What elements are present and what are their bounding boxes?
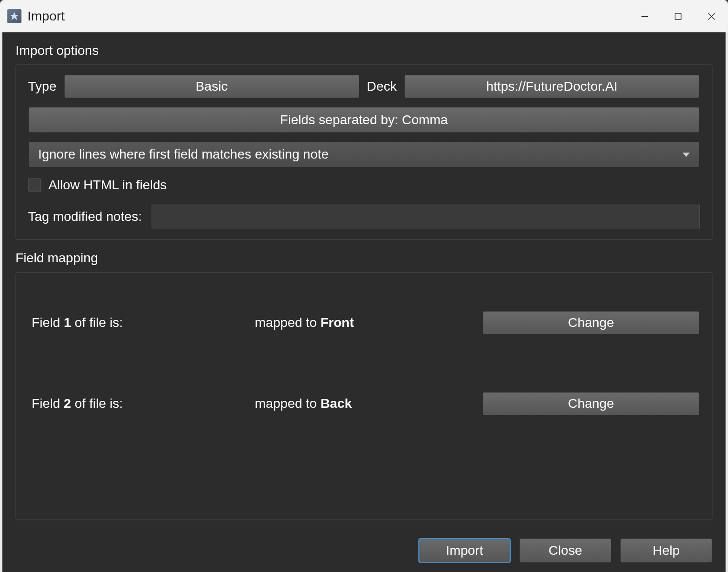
field-separator-button[interactable]: Fields separated by: Comma bbox=[28, 107, 700, 133]
allow-html-label: Allow HTML in fields bbox=[48, 177, 167, 193]
mapping-target-label: mapped to Back bbox=[255, 396, 479, 412]
maximize-button[interactable] bbox=[661, 0, 695, 32]
mapping-row: Field 1 of file is: mapped to Front Chan… bbox=[28, 282, 700, 363]
mapping-field-label: Field 1 of file is: bbox=[28, 315, 254, 330]
tag-input[interactable] bbox=[152, 205, 700, 228]
import-mode-value: Ignore lines where first field matches e… bbox=[38, 147, 328, 162]
import-options-title: Import options bbox=[15, 43, 712, 58]
close-button[interactable] bbox=[695, 0, 728, 32]
mapping-row: Field 2 of file is: mapped to Back Chang… bbox=[28, 363, 700, 444]
minimize-button[interactable] bbox=[628, 0, 661, 32]
titlebar: Import bbox=[0, 0, 728, 32]
help-button[interactable]: Help bbox=[620, 538, 713, 563]
change-button[interactable]: Change bbox=[482, 392, 700, 416]
app-icon bbox=[7, 9, 21, 23]
allow-html-checkbox[interactable] bbox=[28, 179, 41, 192]
deck-button[interactable]: https://FutureDoctor.AI bbox=[404, 74, 700, 98]
footer: Import Close Help bbox=[15, 531, 712, 563]
window-title: Import bbox=[27, 8, 65, 23]
deck-label: Deck bbox=[367, 79, 397, 94]
chevron-down-icon bbox=[682, 153, 689, 157]
import-dialog: Import Import options Type Basic Deck ht… bbox=[0, 0, 728, 572]
field-mapping-title: Field mapping bbox=[15, 251, 712, 266]
tag-label: Tag modified notes: bbox=[28, 209, 142, 224]
content: Import options Type Basic Deck https://F… bbox=[2, 32, 726, 572]
change-button[interactable]: Change bbox=[482, 311, 700, 334]
svg-rect-2 bbox=[675, 13, 681, 19]
type-label: Type bbox=[28, 79, 56, 94]
svg-marker-0 bbox=[10, 12, 19, 20]
close-dialog-button[interactable]: Close bbox=[519, 538, 612, 563]
field-mapping-group: Field 1 of file is: mapped to Front Chan… bbox=[15, 272, 712, 520]
mapping-field-label: Field 2 of file is: bbox=[28, 396, 254, 412]
import-options-group: Type Basic Deck https://FutureDoctor.AI … bbox=[15, 65, 712, 240]
import-button[interactable]: Import bbox=[418, 538, 511, 563]
mapping-target-label: mapped to Front bbox=[255, 315, 479, 330]
import-mode-dropdown[interactable]: Ignore lines where first field matches e… bbox=[28, 141, 700, 167]
type-button[interactable]: Basic bbox=[64, 74, 360, 98]
